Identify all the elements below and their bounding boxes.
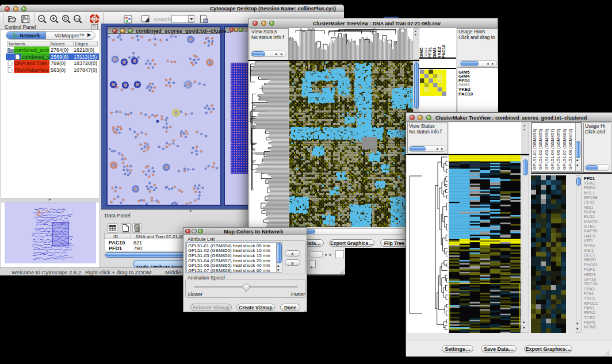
svg-text:1:1: 1:1 <box>75 17 80 21</box>
